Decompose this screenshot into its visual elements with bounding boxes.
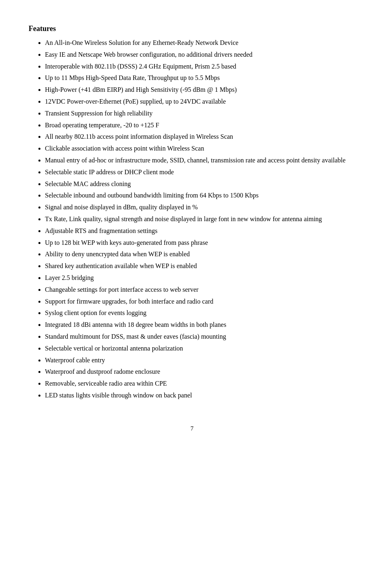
list-item: LED status lights visible through window…: [45, 391, 355, 401]
page-content: Features An All-in-One Wireless Solution…: [29, 24, 355, 432]
list-item: Shared key authentication available when…: [45, 261, 355, 271]
list-item: Up to 128 bit WEP with keys auto-generat…: [45, 238, 355, 248]
list-item: Interoperable with 802.11b (DSSS) 2.4 GH…: [45, 62, 355, 72]
list-item: Syslog client option for events logging: [45, 308, 355, 318]
list-item: Standard multimount for DSS, mast & unde…: [45, 332, 355, 342]
list-item: All nearby 802.11b access point informat…: [45, 132, 355, 142]
features-list: An All-in-One Wireless Solution for any …: [29, 38, 355, 401]
list-item: Selectable inbound and outbound bandwidt…: [45, 191, 355, 201]
list-item: Selectable static IP address or DHCP cli…: [45, 167, 355, 178]
list-item: Changeable settings for port interface a…: [45, 285, 355, 295]
list-item: Clickable association with access point …: [45, 144, 355, 154]
list-item: Signal and noise displayed in dBm, quali…: [45, 202, 355, 213]
list-item: High-Power (+41 dBm EIRP) and High Sensi…: [45, 85, 355, 95]
list-item: Selectable MAC address cloning: [45, 179, 355, 189]
list-item: 12VDC Power-over-Ethernet (PoE) supplied…: [45, 97, 355, 107]
list-item: Transient Suppression for high reliabili…: [45, 109, 355, 119]
list-item: Easy IE and Netscape Web browser configu…: [45, 50, 355, 60]
list-item: Removable, serviceable radio area within…: [45, 379, 355, 389]
list-item: Selectable vertical or horizontal antenn…: [45, 344, 355, 354]
list-item: Waterproof cable entry: [45, 355, 355, 366]
page-number: 7: [190, 425, 194, 432]
list-item: Tx Rate, Link quality, signal strength a…: [45, 214, 355, 224]
page-footer: 7: [29, 425, 355, 432]
list-item: Ability to deny unencrypted data when WE…: [45, 249, 355, 260]
list-item: Broad operating temperature, -20 to +125…: [45, 120, 355, 131]
list-item: Support for firmware upgrades, for both …: [45, 297, 355, 307]
list-item: Up to 11 Mbps High-Speed Data Rate, Thro…: [45, 73, 355, 83]
list-item: Manual entry of ad-hoc or infrastructure…: [45, 155, 355, 166]
page-title: Features: [29, 24, 355, 33]
list-item: Layer 2.5 bridging: [45, 273, 355, 283]
list-item: Waterproof and dustproof radome enclosur…: [45, 367, 355, 377]
list-item: Adjustable RTS and fragmentation setting…: [45, 226, 355, 236]
list-item: Integrated 18 dBi antenna with 18 degree…: [45, 320, 355, 330]
list-item: An All-in-One Wireless Solution for any …: [45, 38, 355, 48]
